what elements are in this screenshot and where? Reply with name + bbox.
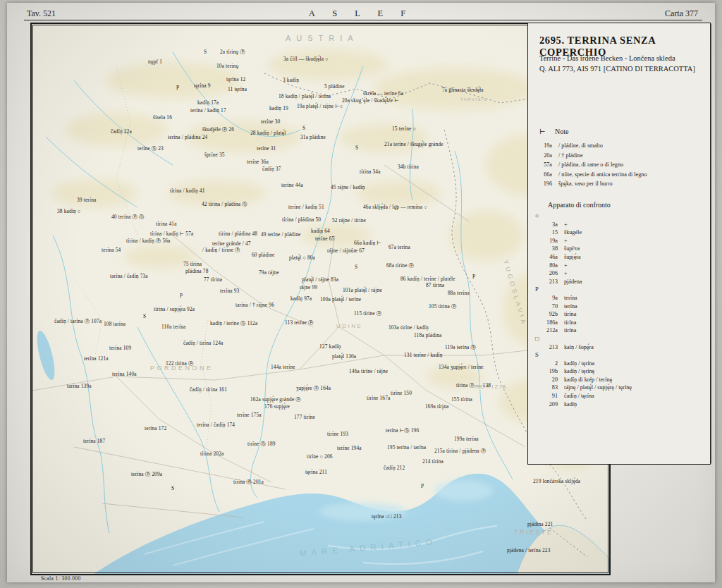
map-label: 195 terína / tarína bbox=[387, 444, 426, 451]
apparato-item-number: 213 bbox=[539, 278, 558, 286]
map-label: tiríne Ⓢ 189 bbox=[247, 441, 276, 448]
apparato-item-text: šupíᵉra bbox=[564, 245, 580, 253]
apparato-item-number: 19a bbox=[539, 237, 558, 245]
header-rule bbox=[24, 20, 702, 20]
apparato-item-text: kadíņ / tęrína bbox=[564, 360, 594, 368]
map-label: tarína / † rájne 96 bbox=[235, 302, 274, 308]
apparato-item-number: 46a bbox=[539, 253, 558, 262]
apparato-item: 3a+ bbox=[539, 221, 704, 229]
apparato-item: 15škugéle bbox=[539, 228, 704, 237]
apparato-header: Apparato di confronto bbox=[548, 201, 704, 209]
map-label: / kadíņ / tírine Ⓟ bbox=[202, 247, 240, 254]
map-label: tęrína 211 bbox=[305, 469, 327, 475]
apparato-item-number: 15 bbox=[539, 228, 558, 237]
apparato-item-number: 20 bbox=[539, 376, 558, 384]
atlas-plate: Tav. 521 A S L E F Carta 377 bbox=[7, 3, 715, 582]
place-label: TARVISIO bbox=[460, 97, 488, 102]
map-label: 134a ʒupję́re / teríne bbox=[439, 364, 484, 370]
map-label: 118a pládina bbox=[414, 332, 442, 338]
apparato-item: 70terína bbox=[539, 302, 704, 311]
map-label: tiríne 150 bbox=[391, 390, 412, 396]
apparato-item-text: rájnę / platę́l / supję́rę / tęrínę bbox=[564, 384, 632, 392]
note-list: 19a/ pládine, di smalto20a/ † pládine57a… bbox=[539, 141, 703, 189]
apparato-item-text: kaíņ / šopę́ra bbox=[564, 343, 594, 352]
map-label: 7a glínasta škɘdę́ɫa bbox=[442, 87, 484, 93]
map-label: tírina Ⓟ 201a bbox=[233, 479, 264, 486]
apparato-item-number: 70 bbox=[539, 302, 558, 311]
map-label: 215a tírina / pjádena Ⓟ bbox=[434, 448, 486, 455]
map-label: tiríne ○ 206 bbox=[307, 453, 333, 460]
map-label: pjádena / terína 223 bbox=[507, 547, 551, 553]
map-label: 60 pládine bbox=[252, 252, 275, 258]
map-label: tírina / kadíņ ⊢ 57a bbox=[150, 231, 194, 237]
map-label: 115 tírine Ⓟ bbox=[354, 310, 381, 317]
map-label: P bbox=[176, 85, 179, 91]
apparato-item: 38šupíᵉra bbox=[539, 245, 704, 253]
apparato-item-text: tirína bbox=[564, 310, 576, 319]
map-label: teríne 194a bbox=[337, 445, 362, 451]
note-header-label: Note bbox=[555, 128, 568, 135]
map-label: rájne / rájnŭte 67 bbox=[327, 247, 365, 254]
map-label: terína 54 bbox=[102, 247, 121, 253]
map-label: pládina 78 bbox=[185, 268, 209, 274]
map-label: čadíņ / tirína 124a bbox=[183, 340, 223, 346]
map-label: terína / pládina 24 bbox=[168, 134, 207, 140]
apparato-item-text: čadíņ / tęrína bbox=[564, 392, 594, 400]
apparato-item: 92btirína bbox=[539, 310, 704, 319]
map-label: 46a sklję́da / lǫ̈p — remína ○ bbox=[363, 204, 427, 210]
map-label: terína 172 bbox=[145, 425, 166, 431]
note-item: 66a/ níite, specie di antica terrina di … bbox=[539, 170, 703, 180]
apparato-item-text: terína bbox=[564, 302, 577, 311]
map-label: 18 kadíņ / platę́l / terína bbox=[279, 93, 331, 99]
note-item-text: / † pládine bbox=[558, 151, 583, 161]
apparato-group-symbol: P bbox=[535, 286, 704, 294]
note-item: 57a/ pládina, di rame o di legno bbox=[539, 160, 703, 170]
map-label: P bbox=[180, 293, 183, 299]
apparato-list: ○3a+15škugéle19a+38šupíᵉra46ašupję́ra80a… bbox=[539, 212, 704, 408]
map-label: terína / čadíņ 174 bbox=[197, 422, 235, 428]
map-label: 122 tírina Ⓟ bbox=[166, 360, 194, 367]
atlas-title: A S L E F bbox=[7, 8, 715, 19]
map-label: 108 tarína bbox=[104, 321, 126, 327]
map-label: P bbox=[421, 483, 424, 489]
note-item: 20a/ † pládine bbox=[539, 151, 703, 161]
apparato-item-number: 3a bbox=[539, 221, 558, 229]
map-label: tęrína ○□ 213 bbox=[372, 513, 401, 520]
apparato-item: 91čadíņ / tęrína bbox=[539, 392, 704, 400]
map-label: 155 tírina bbox=[451, 396, 472, 403]
map-label: 176 supję́re bbox=[264, 403, 290, 410]
map-label: 119a terína Ⓟ bbox=[445, 344, 476, 351]
map-label: tarína / čadíņ 73a bbox=[110, 273, 148, 279]
apparato-item-number: 91 bbox=[539, 392, 558, 400]
map-label: 19a platę́l / rájne ⊢○ bbox=[297, 103, 343, 109]
map-label: čadíņ 37 bbox=[262, 166, 281, 172]
map-label: 5 pládine bbox=[324, 83, 345, 90]
map-label: 67a terína bbox=[388, 244, 410, 250]
apparato-item-number: 80a bbox=[539, 262, 558, 270]
apparato-item: 212atirína bbox=[539, 326, 704, 335]
map-label: 15 teríne ○ bbox=[392, 125, 416, 132]
map-label: tírina Ⓟ — 138 bbox=[456, 382, 491, 389]
map-label: terína 187 bbox=[83, 438, 105, 444]
map-label: P bbox=[472, 274, 475, 280]
apparato-item-number: 92b bbox=[539, 310, 558, 319]
legend-panel: 2695. TERRINA SENZA COPERCHIO Terrine - … bbox=[527, 23, 711, 465]
map-label: 66a kadíņ ⊢ bbox=[354, 240, 381, 246]
note-item-number: 20a bbox=[539, 151, 552, 161]
map-label: špríne 35 bbox=[204, 152, 225, 158]
map-label: S bbox=[355, 264, 357, 270]
map-label: tírina / kadíņ 41 bbox=[170, 188, 205, 194]
map-label: terína ⊢Ⓢ 196 bbox=[386, 427, 419, 434]
apparato-item-number: 186a bbox=[539, 319, 558, 327]
map-label: 169a tírįna bbox=[425, 403, 448, 410]
map-label: 177 tiríne bbox=[294, 414, 315, 420]
apparato-item-number: 212a bbox=[539, 326, 558, 335]
apparato-item: 213kaíņ / šopę́ra bbox=[539, 343, 704, 352]
apparato-item: 83rájnę / platę́l / supję́rę / tęrínę bbox=[539, 384, 704, 392]
map-label: 86 kadíņ / teríne / platéle bbox=[400, 276, 455, 282]
note-item: 19a/ pládine, di smalto bbox=[539, 141, 703, 151]
note-item-text: / pládina, di rame o di legno bbox=[558, 160, 623, 170]
map-label: 113 teríne Ⓟ bbox=[285, 319, 314, 326]
map-label: platę́l / rájne 83a bbox=[302, 276, 338, 283]
map-label: 88a terína bbox=[448, 290, 470, 296]
